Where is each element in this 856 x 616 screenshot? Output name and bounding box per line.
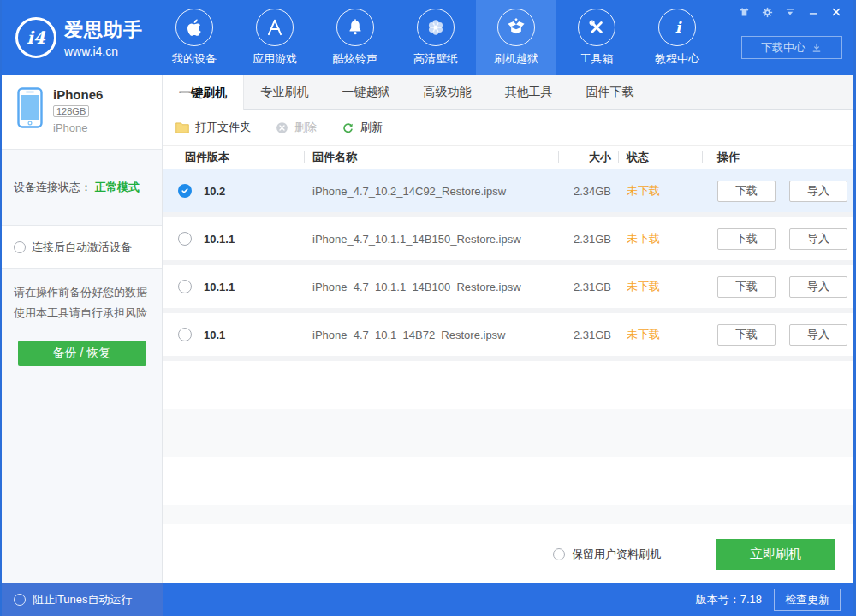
row-radio-checked[interactable] [178, 184, 192, 198]
nav-label: 我的设备 [172, 51, 217, 67]
delete-label: 删除 [294, 120, 317, 135]
device-info-panel: iPhone6 128GB iPhone [2, 75, 162, 149]
backup-warning-line2: 使用本工具请自行承担风险 [2, 303, 162, 323]
col-header-action: 操作 [702, 150, 853, 165]
firmware-row[interactable]: 10.1.1 iPhone_4.7_10.1.1_14B100_Restore.… [163, 265, 853, 313]
download-button[interactable]: 下载 [717, 324, 776, 346]
firmware-status: 未下载 [618, 327, 702, 342]
block-itunes-label: 阻止iTunes自动运行 [33, 592, 133, 607]
nav-item-toolbox[interactable]: 工具箱 [556, 0, 637, 75]
firmware-version: 10.1 [204, 329, 225, 341]
settings-gear-icon[interactable] [759, 5, 775, 19]
device-capacity-badge: 128GB [53, 105, 89, 117]
firmware-status: 未下载 [618, 279, 702, 294]
nav-item-flash-jailbreak[interactable]: 刷机越狱 [476, 0, 556, 75]
firmware-size: 2.34GB [558, 185, 618, 198]
row-radio[interactable] [178, 328, 192, 341]
status-bar: 阻止iTunes自动运行 版本号：7.18 检查更新 [2, 583, 853, 616]
sidebar: iPhone6 128GB iPhone 设备连接状态： 正常模式 连接后自动激… [2, 75, 163, 583]
auto-activate-row[interactable]: 连接后自动激活设备 [2, 226, 162, 269]
auto-activate-label: 连接后自动激活设备 [32, 240, 132, 255]
check-update-button[interactable]: 检查更新 [774, 589, 841, 611]
row-radio[interactable] [178, 280, 192, 293]
auto-activate-radio[interactable] [14, 241, 26, 253]
app-logo: i4 爱思助手 www.i4.cn [2, 0, 154, 75]
tools-icon [578, 9, 615, 46]
tab-bar: 一键刷机 专业刷机 一键越狱 高级功能 其他工具 固件下载 [163, 75, 853, 110]
delete-button[interactable]: 删除 [275, 120, 317, 135]
download-button[interactable]: 下载 [717, 181, 776, 202]
version-text: 版本号：7.18 [696, 592, 762, 607]
firmware-name: iPhone_4.7_10.1.1_14B150_Restore.ipsw [304, 233, 558, 246]
refresh-label: 刷新 [360, 120, 383, 135]
nav-item-apps-games[interactable]: 应用游戏 [235, 0, 315, 75]
firmware-row[interactable]: 10.2 iPhone_4.7_10.2_14C92_Restore.ipsw … [163, 169, 853, 217]
firmware-version: 10.1.1 [204, 281, 235, 293]
keep-user-data-option[interactable]: 保留用户资料刷机 [553, 547, 661, 562]
block-itunes-radio[interactable] [14, 594, 26, 606]
nav-item-ringtones[interactable]: 酷炫铃声 [315, 0, 395, 75]
firmware-row[interactable]: 10.1.1 iPhone_4.7_10.1.1_14B150_Restore.… [163, 217, 853, 265]
backup-warning-line1: 请在操作前备份好您的数据 [2, 282, 162, 303]
col-header-version: 固件版本 [163, 150, 304, 165]
jailbreak-box-icon [497, 9, 535, 46]
i4-logo-icon: i4 [15, 17, 56, 58]
apple-icon [175, 9, 213, 46]
connection-status-value: 正常模式 [95, 180, 140, 195]
flower-wallpaper-icon [417, 9, 455, 46]
flash-now-button[interactable]: 立即刷机 [716, 539, 835, 570]
flash-footer: 保留用户资料刷机 立即刷机 [163, 524, 853, 583]
nav-label: 工具箱 [580, 51, 614, 67]
firmware-row[interactable]: 10.1 iPhone_4.7_10.1_14B72_Restore.ipsw … [163, 313, 853, 361]
tab-one-key-jailbreak[interactable]: 一键越狱 [325, 75, 407, 109]
col-header-status: 状态 [618, 150, 702, 165]
app-url: www.i4.cn [64, 44, 143, 58]
keep-user-data-radio[interactable] [553, 548, 565, 560]
tab-one-key-flash[interactable]: 一键刷机 [163, 75, 244, 110]
main-nav: 我的设备 应用游戏 酷炫铃声 高清壁纸 [154, 0, 717, 75]
backup-restore-button[interactable]: 备份 / 恢复 [18, 341, 146, 366]
iphone-icon [17, 87, 43, 128]
download-center-label: 下载中心 [761, 40, 805, 56]
tab-advanced[interactable]: 高级功能 [407, 75, 488, 109]
download-button[interactable]: 下载 [717, 228, 776, 250]
header: i4 爱思助手 www.i4.cn 我的设备 应用游戏 [2, 0, 853, 75]
skin-icon[interactable] [736, 5, 752, 19]
firmware-status: 未下载 [618, 183, 702, 198]
close-icon[interactable] [829, 5, 844, 19]
download-center-button[interactable]: 下载中心 [741, 36, 842, 59]
import-button[interactable]: 导入 [789, 181, 847, 202]
keep-user-data-label: 保留用户资料刷机 [572, 547, 661, 562]
connection-status-label: 设备连接状态： [14, 180, 92, 195]
app-window: i4 爱思助手 www.i4.cn 我的设备 应用游戏 [0, 0, 856, 616]
nav-item-wallpapers[interactable]: 高清壁纸 [395, 0, 476, 75]
open-folder-button[interactable]: 打开文件夹 [175, 120, 251, 135]
empty-rows-area [163, 361, 853, 524]
tab-other-tools[interactable]: 其他工具 [488, 75, 569, 109]
import-button[interactable]: 导入 [789, 228, 847, 250]
table-header: 固件版本 固件名称 大小 状态 操作 [163, 145, 853, 169]
import-button[interactable]: 导入 [789, 276, 847, 298]
tab-pro-flash[interactable]: 专业刷机 [244, 75, 325, 109]
firmware-version: 10.2 [204, 185, 225, 198]
download-button[interactable]: 下载 [717, 276, 776, 298]
device-model: iPhone [53, 121, 103, 134]
import-button[interactable]: 导入 [789, 324, 847, 346]
nav-item-my-devices[interactable]: 我的设备 [154, 0, 235, 75]
nav-item-tutorials[interactable]: i 教程中心 [637, 0, 717, 75]
refresh-button[interactable]: 刷新 [341, 120, 383, 135]
collapse-icon[interactable] [782, 5, 798, 19]
minimize-icon[interactable] [805, 5, 821, 19]
nav-label: 酷炫铃声 [333, 51, 377, 67]
row-radio[interactable] [178, 232, 192, 246]
firmware-name: iPhone_4.7_10.1.1_14B100_Restore.ipsw [304, 281, 558, 293]
tab-firmware-download[interactable]: 固件下载 [569, 75, 651, 109]
open-folder-label: 打开文件夹 [195, 120, 251, 135]
connection-status-panel: 设备连接状态： 正常模式 [2, 149, 162, 226]
toolbar: 打开文件夹 删除 刷新 [163, 110, 853, 145]
window-controls [736, 5, 844, 19]
nav-label: 教程中心 [655, 51, 699, 67]
col-header-name: 固件名称 [304, 150, 558, 165]
block-itunes-option[interactable]: 阻止iTunes自动运行 [2, 583, 163, 616]
firmware-size: 2.31GB [558, 281, 618, 293]
